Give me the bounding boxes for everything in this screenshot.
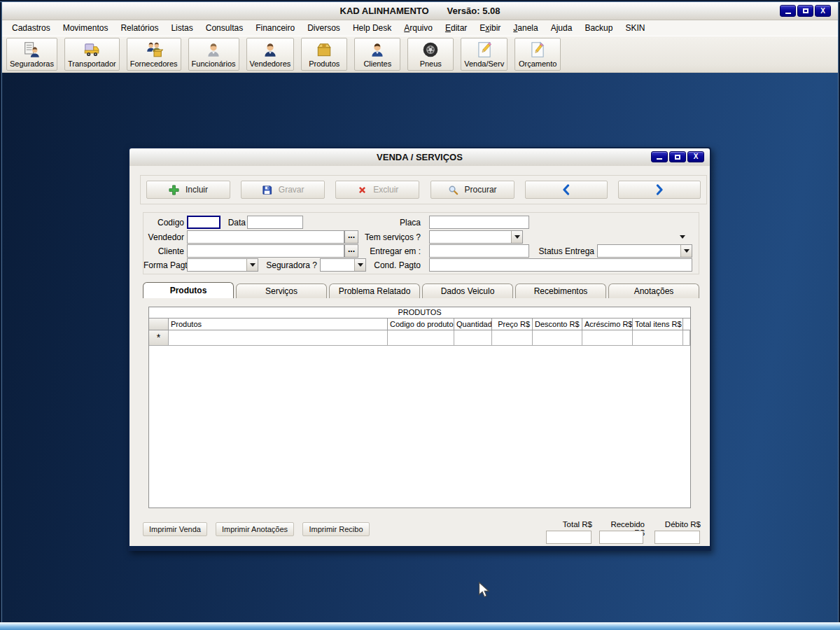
entregar-em-input[interactable] — [429, 244, 529, 258]
imprimir-anotacoes-button[interactable]: Imprimir Anotações — [216, 522, 294, 536]
cell-total-itens[interactable] — [633, 330, 683, 346]
grid-col-produtos: Produtos — [169, 318, 388, 330]
menu-item-janela[interactable]: Janela — [507, 21, 544, 35]
placa-input[interactable] — [429, 216, 529, 229]
menu-item-skin[interactable]: SKIN — [619, 21, 651, 35]
tab-problema-relatado[interactable]: Problema Relatado — [329, 284, 420, 298]
tire-icon — [421, 40, 440, 59]
menu-item-diversos[interactable]: Diversos — [301, 21, 346, 35]
toolbar-button-venda-serv[interactable]: Venda/Serv — [461, 38, 507, 71]
mouse-cursor — [478, 582, 491, 600]
toolbar-button-clientes[interactable]: Clientes — [354, 38, 400, 71]
cell-codigo-produto[interactable] — [388, 330, 454, 346]
tab-produtos[interactable]: Produtos — [143, 282, 234, 298]
cell-preco[interactable] — [492, 330, 533, 346]
menu-item-financeiro[interactable]: Financeiro — [249, 21, 301, 35]
menu-item-cadastros[interactable]: Cadastros — [6, 21, 57, 35]
dropdown-button[interactable] — [677, 230, 688, 244]
close-button[interactable]: X — [815, 5, 831, 17]
grid-col-desconto: Desconto R$ — [533, 318, 582, 330]
main-titlebar: KAD ALINHAMENTO Versão: 5.08 X — [2, 2, 838, 20]
recebido-input[interactable] — [599, 531, 643, 544]
imprimir-venda-button[interactable]: Imprimir Venda — [143, 522, 207, 536]
minimize-button[interactable] — [780, 5, 796, 17]
main-toolbar: Seguradoras Transportador Fornecedores F… — [2, 36, 838, 73]
excluir-button[interactable]: Excluir — [335, 181, 419, 199]
toolbar-button-label: Produtos — [309, 59, 340, 68]
toolbar-button-label: Seguradoras — [10, 59, 54, 68]
data-input[interactable] — [247, 216, 303, 229]
cliente-input[interactable] — [187, 244, 344, 258]
mdi-desktop: VENDA / SERVIÇOS X Incluir Gravar — [2, 73, 838, 622]
previous-record-button[interactable] — [525, 181, 608, 199]
toolbar-button-fornecedores[interactable]: Fornecedores — [127, 38, 181, 71]
toolbar-button-label: Venda/Serv — [464, 59, 504, 68]
cell-acrescimo[interactable] — [582, 330, 633, 346]
chevron-right-icon — [654, 184, 665, 195]
dialog-action-toolbar: Incluir Gravar Excluir Procurar — [140, 175, 707, 204]
toolbar-button-funcionarios[interactable]: Funcionários — [188, 38, 239, 71]
menu-item-exibir[interactable]: Exibir — [473, 21, 507, 35]
sale-header-groupbox: Codigo Data Placa Vendedor ... Tem servi… — [143, 212, 699, 274]
maximize-button[interactable] — [797, 5, 813, 17]
vendedor-label: Vendedor — [144, 231, 184, 244]
client-icon — [368, 40, 386, 59]
dropdown-button[interactable] — [511, 231, 522, 243]
toolbar-button-orcamento[interactable]: Orçamento — [514, 38, 561, 71]
cell-desconto[interactable] — [533, 330, 582, 346]
extra-dropdown[interactable] — [673, 230, 688, 244]
toolbar-button-vendedores[interactable]: Vendedores — [246, 38, 295, 71]
close-icon: X — [820, 8, 825, 15]
menu-item-ajuda[interactable]: Ajuda — [545, 21, 579, 35]
new-row-marker: * — [149, 330, 169, 346]
dialog-close-button[interactable]: X — [687, 151, 704, 162]
gravar-button[interactable]: Gravar — [241, 181, 325, 199]
vendedor-input[interactable] — [187, 230, 344, 244]
dialog-maximize-button[interactable] — [669, 151, 686, 162]
tem-servicos-combobox[interactable] — [429, 230, 523, 244]
menu-item-editar[interactable]: Editar — [439, 21, 473, 35]
cond-pagto-input[interactable] — [429, 258, 692, 272]
dropdown-button[interactable] — [246, 259, 258, 271]
toolbar-button-seguradoras[interactable]: Seguradoras — [6, 38, 57, 71]
menu-item-movimentos[interactable]: Movimentos — [57, 21, 115, 35]
tab-recebimentos[interactable]: Recebimentos — [515, 284, 606, 298]
seguradora-value — [321, 259, 354, 271]
excluir-label: Excluir — [373, 185, 398, 195]
toolbar-button-pneus[interactable]: Pneus — [407, 38, 454, 71]
insurance-person-icon — [23, 40, 41, 59]
cell-produtos[interactable] — [169, 330, 388, 346]
debito-input[interactable] — [654, 531, 700, 544]
imprimir-recibo-button[interactable]: Imprimir Recibo — [302, 522, 370, 536]
menu-item-arquivo[interactable]: Arquivo — [398, 21, 439, 35]
dropdown-button[interactable] — [680, 245, 692, 257]
status-entrega-combobox[interactable] — [597, 244, 692, 258]
close-icon: X — [694, 153, 699, 160]
menu-item-relatorios[interactable]: Relatórios — [114, 21, 164, 35]
menu-item-backup[interactable]: Backup — [578, 21, 619, 35]
toolbar-button-produtos[interactable]: Produtos — [301, 38, 347, 71]
codigo-input[interactable] — [187, 216, 220, 229]
incluir-button[interactable]: Incluir — [146, 181, 230, 199]
menu-bar: Cadastros Movimentos Relatórios Listas C… — [2, 20, 838, 36]
toolbar-button-transportador[interactable]: Transportador — [64, 38, 120, 71]
main-window-controls: X — [780, 5, 831, 17]
forma-pagto-combobox[interactable] — [187, 258, 258, 272]
total-input[interactable] — [546, 531, 592, 544]
tab-servicos[interactable]: Serviços — [236, 284, 327, 298]
tab-anotacoes[interactable]: Anotações — [608, 284, 699, 298]
procurar-button[interactable]: Procurar — [430, 181, 514, 199]
menu-item-listas[interactable]: Listas — [164, 21, 199, 35]
next-record-button[interactable] — [618, 181, 701, 199]
menu-item-consultas[interactable]: Consultas — [200, 21, 249, 35]
maximize-icon — [675, 155, 680, 160]
tab-dados-veiculo[interactable]: Dados Veiculo — [422, 284, 513, 298]
toolbar-button-label: Funcionários — [192, 59, 236, 68]
dialog-minimize-button[interactable] — [651, 151, 668, 162]
menu-item-helpdesk[interactable]: Help Desk — [346, 21, 398, 35]
grid-col-preco: Preço R$ — [492, 318, 533, 330]
recebido-label: Recebido R$ — [599, 520, 645, 529]
cell-quantidade[interactable] — [454, 330, 492, 346]
grid-new-row[interactable]: * — [149, 330, 690, 346]
salesperson-icon — [261, 40, 279, 59]
